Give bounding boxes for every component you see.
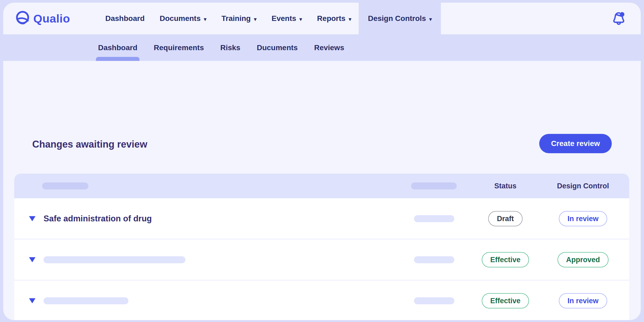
row-placeholder-pill — [414, 215, 454, 222]
subnav-tab-label: Ducuments — [257, 43, 298, 52]
design-control-cell: Approved — [543, 252, 623, 267]
changes-awaiting-review-table: Status Design Control Safe administratio… — [14, 174, 629, 320]
caret-down-icon: ▾ — [204, 16, 207, 22]
notification-bell-icon — [611, 11, 627, 26]
top-navigation-bar: Qualio Dashboard Documents ▾ Training ▾ … — [3, 3, 641, 34]
table-row: Safe administration of drug Draft In rev… — [14, 198, 629, 239]
nav-item-dashboard[interactable]: Dashboard — [98, 3, 152, 34]
caret-down-icon: ▾ — [300, 16, 302, 22]
subnav-tab-dashboard[interactable]: Dashboard — [96, 34, 139, 61]
page-title: Changes awaiting review — [32, 139, 147, 150]
nav-item-documents[interactable]: Documents ▾ — [152, 3, 214, 34]
design-control-badge: In review — [559, 293, 607, 308]
row-title-placeholder-pill — [44, 256, 185, 263]
active-tab-indicator — [96, 57, 139, 61]
caret-down-icon: ▾ — [429, 16, 432, 22]
nav-item-label: Reports — [317, 14, 346, 23]
subnav-tab-ducuments[interactable]: Ducuments — [255, 34, 300, 61]
column-header-design-control: Design Control — [543, 182, 623, 190]
design-control-cell: In review — [543, 211, 623, 226]
status-badge: Draft — [488, 211, 522, 226]
design-controls-sub-navigation: Dashboard Requirements Risks Ducuments R… — [3, 34, 641, 61]
caret-down-icon: ▾ — [254, 16, 257, 22]
row-placeholder-pill — [414, 256, 454, 263]
qualio-logo[interactable]: Qualio — [3, 3, 98, 34]
design-control-badge: Approved — [557, 252, 609, 267]
column-header-status: Status — [470, 182, 540, 190]
status-cell: Effective — [470, 252, 540, 267]
subnav-tab-label: Requirements — [154, 43, 204, 52]
header-placeholder-pill — [42, 182, 88, 189]
nav-item-label: Documents — [160, 14, 200, 23]
qualio-logo-icon — [15, 10, 30, 27]
row-placeholder-pill — [414, 297, 454, 304]
nav-item-design-controls[interactable]: Design Controls ▾ — [359, 3, 441, 34]
subnav-tab-label: Risks — [220, 43, 240, 52]
subnav-tab-risks[interactable]: Risks — [218, 34, 243, 61]
app-window: Qualio Dashboard Documents ▾ Training ▾ … — [3, 3, 641, 320]
expand-toggle-icon[interactable] — [29, 216, 35, 221]
subnav-tab-requirements[interactable]: Requirements — [152, 34, 206, 61]
top-nav-items: Dashboard Documents ▾ Training ▾ Events … — [98, 3, 441, 34]
header-placeholder-pill — [411, 182, 457, 189]
row-title[interactable]: Safe administration of drug — [44, 214, 152, 224]
nav-item-label: Training — [221, 14, 251, 23]
nav-item-events[interactable]: Events ▾ — [264, 3, 310, 34]
brand-wordmark: Qualio — [33, 12, 70, 25]
table-header-row: Status Design Control — [14, 174, 629, 198]
caret-down-icon: ▾ — [349, 16, 351, 22]
status-badge: Effective — [482, 293, 529, 308]
row-title-placeholder-pill — [44, 297, 128, 304]
status-cell: Effective — [470, 293, 540, 308]
page-content: Changes awaiting review Create review St… — [3, 61, 641, 320]
unread-dot — [620, 12, 624, 17]
table-row: Effective Approved — [14, 239, 629, 280]
design-control-cell: In review — [543, 293, 623, 308]
status-cell: Draft — [470, 211, 540, 226]
table-row: Effective In review — [14, 280, 629, 320]
subnav-tab-label: Dashboard — [98, 43, 137, 52]
expand-toggle-icon[interactable] — [29, 298, 35, 303]
design-control-badge: In review — [559, 211, 607, 226]
nav-item-reports[interactable]: Reports ▾ — [310, 3, 359, 34]
subnav-tab-reviews[interactable]: Reviews — [312, 34, 346, 61]
nav-item-label: Dashboard — [105, 14, 145, 23]
create-review-button[interactable]: Create review — [539, 134, 612, 153]
expand-toggle-icon[interactable] — [29, 257, 35, 262]
nav-item-label: Events — [272, 14, 296, 23]
nav-item-label: Design Controls — [368, 14, 426, 23]
subnav-tab-label: Reviews — [314, 43, 344, 52]
status-badge: Effective — [482, 252, 529, 267]
notification-bell-button[interactable] — [611, 10, 627, 27]
nav-item-training[interactable]: Training ▾ — [214, 3, 264, 34]
